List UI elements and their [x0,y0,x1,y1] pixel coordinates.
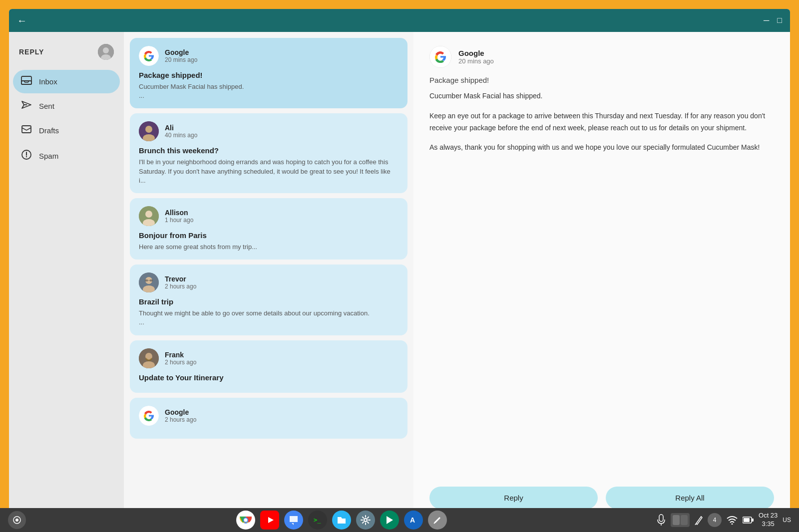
titlebar: ← ─ □ [9,9,790,32]
notification-count: 4 [713,517,717,524]
email-preview-4: Thought we might be able to go over some… [139,309,399,318]
email-sender-3: Allison [165,209,399,217]
detail-body: Cucumber Mask Facial has shipped. Keep a… [429,90,774,475]
email-time-6: 2 hours ago [165,416,399,423]
email-item-3[interactable]: Allison 1 hour ago Bonjour from Paris He… [130,198,407,260]
taskbar-date-label: Oct 23 [759,512,778,520]
email-subject-4: Brazil trip [139,297,399,306]
settings-app-icon[interactable] [356,511,375,530]
svg-point-17 [145,211,152,218]
svg-rect-50 [744,518,750,522]
youtube-app-icon[interactable] [260,511,279,530]
detail-header: Google 20 mins ago [429,46,774,68]
email-preview-dots-1: ... [139,91,399,100]
email-meta-3: Allison 1 hour ago [165,209,399,224]
email-header-1: Google 20 mins ago [139,46,399,66]
sidebar-item-inbox[interactable]: Inbox [13,70,120,93]
user-avatar[interactable] [98,44,114,60]
wifi-icon[interactable] [727,516,738,525]
stylus-toggle-icon[interactable] [671,513,690,527]
svg-rect-22 [145,279,148,281]
email-preview-dots-4: ... [139,318,399,327]
drafts-icon [21,125,32,136]
play-store-app-icon[interactable] [380,511,399,530]
app-body: REPLY [9,32,790,523]
email-subject-2: Brunch this weekend? [139,146,399,155]
svg-rect-43 [659,515,663,522]
email-avatar-5 [139,348,159,368]
sidebar: REPLY [9,32,124,523]
app-store-icon[interactable]: A [404,511,423,530]
email-avatar-4 [139,272,159,292]
email-item-2[interactable]: Ali 40 mins ago Brunch this weekend? I'l… [130,113,407,193]
detail-subject: Package shipped! [429,76,774,84]
notification-badge[interactable]: 4 [708,513,722,527]
detail-time: 20 mins ago [458,57,494,65]
email-avatar-6 [139,406,159,426]
inbox-label: Inbox [39,77,57,86]
email-time-3: 1 hour ago [165,217,399,224]
taskbar-apps: >_ A [236,511,447,530]
email-meta-5: Frank 2 hours ago [165,351,399,366]
pencil-app-icon[interactable] [428,511,447,530]
reply-all-button[interactable]: Reply All [606,487,774,509]
detail-actions: Reply Reply All [429,487,774,509]
email-meta-6: Google 2 hours ago [165,408,399,423]
email-time-2: 40 mins ago [165,132,399,139]
minimize-button[interactable]: ─ [764,16,769,25]
email-item-6[interactable]: Google 2 hours ago [130,398,407,439]
email-header-3: Allison 1 hour ago [139,206,399,226]
chrome-app-icon[interactable] [236,511,255,530]
spam-icon [21,149,32,163]
email-subject-1: Package shipped! [139,71,399,79]
svg-rect-46 [681,515,688,525]
taskbar-region: US [783,517,791,524]
svg-point-36 [244,519,247,522]
email-preview-1: Cucumber Mask Facial has shipped. [139,82,399,91]
email-avatar-2 [139,121,159,141]
sidebar-item-spam[interactable]: Spam [13,143,120,169]
detail-avatar [429,46,451,68]
sent-label: Sent [39,102,54,110]
maximize-button[interactable]: □ [777,16,782,25]
battery-icon[interactable] [743,517,754,524]
spam-label: Spam [39,152,58,160]
email-header-4: Trevor 2 hours ago [139,272,399,292]
email-meta-4: Trevor 2 hours ago [165,275,399,290]
email-subject-5: Update to Your Itinerary [139,373,399,382]
terminal-app-icon[interactable]: >_ [308,511,327,530]
reply-button[interactable]: Reply [429,487,598,509]
email-time-1: 20 mins ago [165,56,399,63]
sidebar-title: REPLY [19,48,44,56]
pen-icon[interactable] [695,515,703,525]
email-list: Google 20 mins ago Package shipped! Cucu… [124,32,413,523]
messages-app-icon[interactable] [284,511,303,530]
email-meta-1: Google 20 mins ago [165,48,399,63]
email-item-1[interactable]: Google 20 mins ago Package shipped! Cucu… [130,38,407,108]
sidebar-nav: Inbox Sent [9,68,124,171]
email-header-2: Ali 40 mins ago [139,121,399,141]
sent-icon [21,100,32,112]
email-sender-4: Trevor [165,275,399,283]
email-item-4[interactable]: Trevor 2 hours ago Brazil trip Thought w… [130,265,407,335]
camera-indicator[interactable] [8,511,26,529]
email-sender-2: Ali [165,124,399,132]
email-detail: Google 20 mins ago Package shipped! Cucu… [413,32,790,523]
drafts-label: Drafts [39,126,59,135]
detail-sender-name: Google [458,49,494,57]
back-button[interactable]: ← [17,15,27,26]
mic-icon[interactable] [657,514,666,526]
svg-rect-51 [752,519,754,522]
email-time-5: 2 hours ago [165,359,399,366]
files-app-icon[interactable] [332,511,351,530]
email-preview-2: I'll be in your neighborhood doing erran… [139,158,399,185]
inbox-icon [21,76,32,87]
sidebar-item-sent[interactable]: Sent [13,94,120,118]
email-sender-5: Frank [165,351,399,359]
email-meta-2: Ali 40 mins ago [165,124,399,139]
email-header-6: Google 2 hours ago [139,406,399,426]
sidebar-item-drafts[interactable]: Drafts [13,119,120,142]
taskbar: >_ A [0,508,799,532]
email-item-5[interactable]: Frank 2 hours ago Update to Your Itinera… [130,340,407,393]
email-preview-3: Here are some great shots from my trip..… [139,243,399,252]
